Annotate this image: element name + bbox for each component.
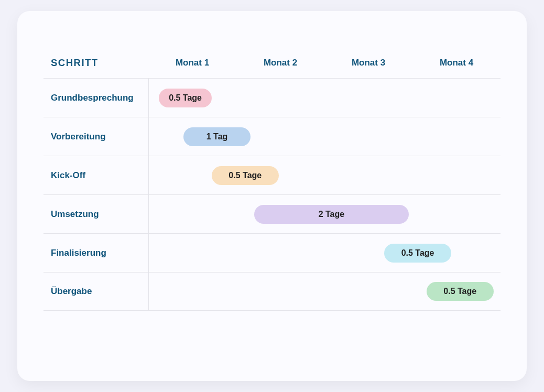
gantt-row: Kick-Off0.5 Tage [43,156,501,194]
gantt-bar: 0.5 Tage [384,244,451,263]
gantt-bar: 0.5 Tage [427,282,494,301]
gantt-row: Übergabe0.5 Tage [43,272,501,311]
timeline-cell: 0.5 Tage [148,273,501,310]
month-header-1: Monat 1 [148,58,236,68]
timeline-cell: 1 Tag [148,117,501,156]
gantt-row: Umsetzung2 Tage [43,194,501,233]
gantt-bar-label: 0.5 Tage [169,93,202,103]
gantt-row: Grundbesprechung0.5 Tage [43,78,501,117]
step-name: Umsetzung [51,209,99,219]
month-header-2: Monat 2 [236,58,324,68]
step-cell: Vorbereitung [43,132,148,142]
timeline-header: Monat 1 Monat 2 Monat 3 Monat 4 [148,48,501,78]
month-header-4: Monat 4 [412,58,501,68]
gantt-bar: 2 Tage [254,205,409,224]
month-header-3: Monat 3 [324,58,412,68]
step-cell: Übergabe [43,286,148,297]
step-name: Übergabe [51,286,92,296]
gantt-bar: 1 Tag [183,127,251,146]
step-cell: Umsetzung [43,209,148,220]
step-cell: Grundbesprechung [43,93,148,103]
gantt-bar-label: 0.5 Tage [443,287,476,296]
gantt-chart: Schritt Monat 1 Monat 2 Monat 3 Monat 4 … [43,48,501,311]
step-cell: Kick-Off [43,170,148,181]
step-cell: Finalisierung [43,248,148,258]
gantt-bar-label: 0.5 Tage [229,171,262,180]
step-name: Kick-Off [51,170,85,180]
gantt-row: Finalisierung0.5 Tage [43,233,501,272]
gantt-bar: 0.5 Tage [159,89,212,107]
timeline-cell: 0.5 Tage [148,234,501,272]
timeline-cell: 0.5 Tage [148,79,501,117]
step-name: Grundbesprechung [51,93,134,103]
gantt-header-row: Schritt Monat 1 Monat 2 Monat 3 Monat 4 [43,48,501,78]
gantt-row: Vorbereitung1 Tag [43,117,501,156]
gantt-card: Schritt Monat 1 Monat 2 Monat 3 Monat 4 … [17,11,527,381]
step-header-cell: Schritt [43,57,148,69]
step-name: Vorbereitung [51,132,106,141]
gantt-bar-label: 0.5 Tage [401,248,434,258]
gantt-bar-label: 2 Tage [319,210,345,219]
gantt-bar: 0.5 Tage [212,166,279,185]
step-name: Finalisierung [51,248,106,258]
gantt-body: Grundbesprechung0.5 TageVorbereitung1 Ta… [43,78,501,311]
step-header-label: Schritt [51,57,99,68]
gantt-bar-label: 1 Tag [206,132,228,141]
timeline-cell: 2 Tage [148,195,501,233]
timeline-cell: 0.5 Tage [148,156,501,194]
